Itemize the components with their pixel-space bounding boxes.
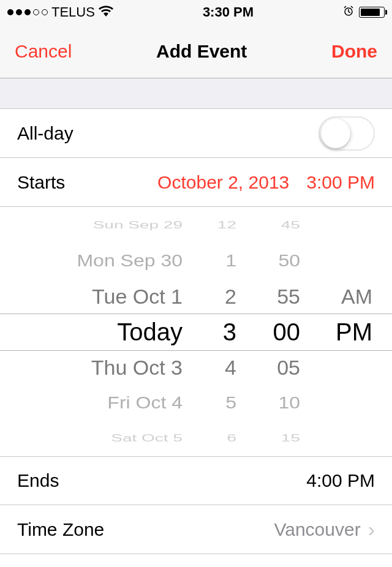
section-spacer bbox=[0, 78, 392, 109]
cancel-button[interactable]: Cancel bbox=[15, 41, 72, 62]
picker-minute-selected[interactable]: 00 bbox=[273, 314, 301, 350]
page-title: Add Event bbox=[156, 41, 247, 62]
picker-date-column[interactable]: Sun Sep 29 Mon Sep 30 Tue Oct 1 Today Th… bbox=[17, 207, 189, 456]
picker-minute-column[interactable]: 45 50 55 00 05 10 15 bbox=[244, 207, 305, 456]
starts-date-value: October 2, 2013 bbox=[157, 172, 289, 193]
carrier-label: TELUS bbox=[51, 4, 95, 20]
picker-hour-item[interactable]: 1 bbox=[225, 246, 236, 276]
wifi-icon bbox=[99, 4, 113, 20]
signal-strength-icon bbox=[7, 9, 48, 15]
picker-date-item[interactable]: Sat Oct 5 bbox=[111, 427, 183, 449]
picker-date-item[interactable]: Fri Oct 4 bbox=[107, 388, 183, 418]
status-left: TELUS bbox=[7, 4, 113, 20]
status-bar: TELUS 3:30 PM bbox=[0, 0, 392, 24]
all-day-toggle[interactable] bbox=[318, 116, 375, 151]
starts-row[interactable]: Starts October 2, 2013 3:00 PM bbox=[0, 158, 392, 207]
starts-label: Starts bbox=[17, 172, 65, 193]
ends-row[interactable]: Ends 4:00 PM bbox=[0, 456, 392, 505]
picker-minute-item[interactable]: 55 bbox=[277, 279, 300, 314]
picker-hour-item[interactable]: 2 bbox=[225, 279, 236, 314]
picker-ampm-item[interactable]: AM bbox=[341, 279, 372, 314]
timezone-row[interactable]: Time Zone Vancouver › bbox=[0, 505, 392, 554]
ends-value: 4:00 PM bbox=[306, 470, 375, 491]
picker-minute-item[interactable]: 50 bbox=[278, 246, 300, 276]
timezone-value: Vancouver bbox=[274, 519, 360, 540]
picker-minute-item[interactable]: 15 bbox=[281, 427, 300, 449]
nav-bar: Cancel Add Event Done bbox=[0, 24, 392, 78]
status-right bbox=[343, 6, 385, 20]
status-time: 3:30 PM bbox=[203, 4, 254, 20]
all-day-label: All-day bbox=[17, 123, 74, 144]
all-day-row[interactable]: All-day bbox=[0, 109, 392, 158]
battery-icon bbox=[359, 7, 385, 18]
picker-hour-column[interactable]: 12 1 2 3 4 5 6 bbox=[189, 207, 244, 456]
starts-time-value: 3:00 PM bbox=[306, 172, 375, 193]
timezone-label: Time Zone bbox=[17, 519, 104, 540]
picker-ampm-column[interactable]: AM PM bbox=[305, 207, 375, 456]
alarm-icon bbox=[343, 6, 354, 20]
picker-minute-item[interactable]: 45 bbox=[281, 214, 300, 236]
datetime-picker[interactable]: Sun Sep 29 Mon Sep 30 Tue Oct 1 Today Th… bbox=[0, 207, 392, 457]
picker-hour-item[interactable]: 5 bbox=[225, 388, 236, 418]
picker-date-item[interactable]: Tue Oct 1 bbox=[92, 279, 183, 314]
picker-date-item[interactable]: Mon Sep 30 bbox=[77, 246, 183, 276]
picker-hour-item[interactable]: 12 bbox=[217, 214, 236, 236]
picker-hour-item[interactable]: 4 bbox=[225, 350, 236, 385]
picker-minute-item[interactable]: 10 bbox=[278, 388, 300, 418]
done-button[interactable]: Done bbox=[331, 41, 377, 62]
picker-date-selected[interactable]: Today bbox=[117, 314, 183, 350]
picker-ampm-selected[interactable]: PM bbox=[336, 314, 372, 350]
chevron-right-icon: › bbox=[368, 517, 375, 541]
ends-label: Ends bbox=[17, 470, 59, 491]
toggle-knob bbox=[321, 119, 350, 148]
picker-minute-item[interactable]: 05 bbox=[277, 350, 300, 385]
picker-hour-item[interactable]: 6 bbox=[227, 427, 236, 449]
picker-date-item[interactable]: Sun Sep 29 bbox=[93, 214, 183, 236]
picker-hour-selected[interactable]: 3 bbox=[223, 314, 236, 350]
picker-date-item[interactable]: Thu Oct 3 bbox=[91, 350, 183, 385]
